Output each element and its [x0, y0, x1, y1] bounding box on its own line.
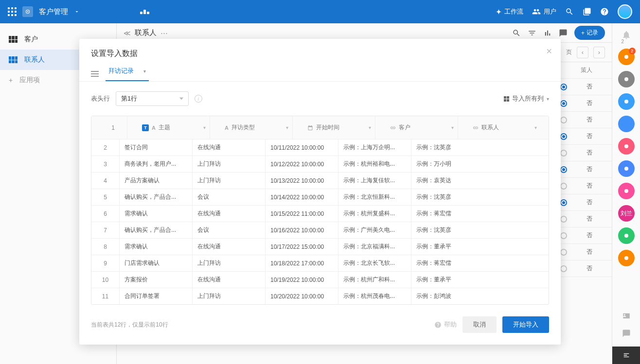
key-field-icon: T [142, 124, 149, 131]
cell-start-time: 10/13/2022 10:00:00 [266, 173, 338, 189]
cell-customer: 示例：杭州裕和电... [338, 156, 411, 172]
cell-start-time: 10/14/2022 10:00:00 [266, 189, 338, 205]
column-name: 主题 [159, 123, 170, 132]
cell-contact: 示例：董承平 [411, 272, 484, 288]
cell-customer: 示例：广州美久电... [338, 222, 411, 238]
cell-contact: 示例：沈英彦 [411, 222, 484, 238]
cell-subject: 产品方案确认 [120, 173, 193, 189]
header-row-label: 表头行 [91, 94, 110, 103]
table-header-row: 1 T A 主题 ▾ A 拜访类型 ▾ 开始时间 ▾ [91, 116, 549, 139]
cell-contact: 示例：袁英达 [411, 173, 484, 189]
cell-visit-type: 在线沟通 [193, 272, 266, 288]
column-name: 开始时间 [316, 123, 339, 132]
cell-subject: 需求确认 [120, 239, 193, 255]
chevron-down-icon: ▾ [547, 96, 549, 102]
help-icon [434, 321, 442, 329]
column-header-subject[interactable]: T A 主题 ▾ [137, 116, 210, 139]
footer-note: 当前表共12行，仅显示前10行 [91, 321, 168, 329]
cell-subject: 方案报价 [120, 272, 193, 288]
import-all-label: 导入所有列 [512, 94, 544, 103]
cell-subject: 需求确认 [120, 206, 193, 222]
column-header-contact[interactable]: 联系人 ▾ [468, 116, 541, 139]
row-number: 9 [91, 255, 120, 271]
table-row[interactable]: 3 商务谈判，老用户... 上门拜访 10/12/2022 10:00:00 示… [91, 156, 549, 173]
link-icon [390, 125, 396, 131]
tab-label: 拜访记录 [108, 67, 134, 75]
column-header-visit-type[interactable]: A 拜访类型 ▾ [220, 116, 293, 139]
cell-customer: 示例：杭州茂春电... [338, 288, 411, 304]
column-header-start-time[interactable]: 开始时间 ▾ [302, 116, 375, 139]
row-number: 2 [91, 139, 120, 156]
row-number: 5 [91, 189, 120, 205]
chevron-down-icon: ▾ [203, 125, 206, 130]
cell-subject: 合同订单签署 [120, 288, 193, 304]
table-row[interactable]: 8 需求确认 在线沟通 10/17/2022 15:00:00 示例：北京福满科… [91, 239, 549, 255]
row-number: 4 [91, 173, 120, 189]
calendar-icon [307, 125, 313, 131]
import-modal: 设置导入数据 × 拜访记录 ▾ 表头行 第1行 i 导入所有列 ▾ [79, 39, 561, 345]
start-import-button[interactable]: 开始导入 [502, 316, 549, 333]
text-type-icon: A [225, 125, 229, 131]
table-row[interactable]: 10 方案报价 在线沟通 10/19/2022 10:00:00 示例：杭州广和… [91, 272, 549, 288]
table-row[interactable]: 5 确认购买，产品合... 会议 10/14/2022 10:00:00 示例：… [91, 189, 549, 206]
cell-customer: 示例：北京福满科... [338, 239, 411, 255]
info-icon[interactable]: i [195, 95, 202, 103]
cell-start-time: 10/18/2022 17:00:00 [266, 255, 338, 271]
chevron-down-icon: ▾ [534, 125, 537, 130]
cell-visit-type: 在线沟通 [193, 139, 266, 156]
cancel-button[interactable]: 取消 [462, 316, 497, 333]
cell-customer: 示例：杭州复盛科... [338, 206, 411, 222]
cell-start-time: 10/19/2022 10:00:00 [266, 272, 338, 288]
modal-title: 设置导入数据 [91, 49, 549, 59]
row-number: 10 [91, 272, 120, 288]
row-number: 11 [91, 288, 120, 304]
cell-start-time: 10/16/2022 10:00:00 [266, 222, 338, 238]
import-preview-table: 1 T A 主题 ▾ A 拜访类型 ▾ 开始时间 ▾ [91, 116, 549, 305]
help-link[interactable]: 帮助 [434, 320, 457, 329]
cell-start-time: 10/20/2022 10:00:00 [266, 288, 338, 304]
cell-visit-type: 会议 [193, 189, 266, 205]
table-row[interactable]: 7 确认购买，产品合... 会议 10/16/2022 10:00:00 示例：… [91, 222, 549, 239]
text-type-icon: A [152, 125, 156, 131]
header-row-select[interactable]: 第1行 [116, 91, 189, 106]
header-rownum: 1 [99, 116, 127, 139]
cell-visit-type: 在线沟通 [193, 239, 266, 255]
table-row[interactable]: 9 门店需求确认 上门拜访 10/18/2022 17:00:00 示例：北京长… [91, 255, 549, 272]
row-number: 3 [91, 156, 120, 172]
cell-visit-type: 上门拜访 [193, 255, 266, 271]
row-number: 8 [91, 239, 120, 255]
help-label: 帮助 [444, 320, 457, 329]
cell-customer: 示例：上海复佳软... [338, 173, 411, 189]
chevron-down-icon[interactable]: ▾ [143, 69, 146, 74]
select-value: 第1行 [121, 95, 137, 102]
cell-visit-type: 上门拜访 [193, 288, 266, 304]
cell-subject: 门店需求确认 [120, 255, 193, 271]
modal-overlay: 设置导入数据 × 拜访记录 ▾ 表头行 第1行 i 导入所有列 ▾ [0, 0, 640, 364]
column-name: 客户 [399, 123, 410, 132]
row-number: 7 [91, 222, 120, 238]
cell-subject: 确认购买，产品合... [120, 189, 193, 205]
columns-icon [504, 96, 509, 102]
table-row[interactable]: 4 产品方案确认 上门拜访 10/13/2022 10:00:00 示例：上海复… [91, 173, 549, 189]
chevron-down-icon: ▾ [286, 125, 288, 130]
table-row[interactable]: 11 合同订单签署 上门拜访 10/20/2022 10:00:00 示例：杭州… [91, 288, 549, 304]
cell-subject: 商务谈判，老用户... [120, 156, 193, 172]
column-name: 联系人 [481, 123, 499, 132]
cell-contact: 示例：蒋宏儒 [411, 255, 484, 271]
cell-start-time: 10/17/2022 15:00:00 [266, 239, 338, 255]
cell-visit-type: 在线沟通 [193, 206, 266, 222]
cell-customer: 示例：上海万企明... [338, 139, 411, 156]
column-header-customer[interactable]: 客户 ▾ [385, 116, 458, 139]
table-row[interactable]: 2 签订合同 在线沟通 10/11/2022 10:00:00 示例：上海万企明… [91, 139, 549, 156]
tab-visit-records[interactable]: 拜访记录 ▾ [106, 67, 149, 81]
column-name: 拜访类型 [231, 123, 255, 132]
close-button[interactable]: × [546, 46, 552, 57]
table-row[interactable]: 6 需求确认 在线沟通 10/15/2022 11:00:00 示例：杭州复盛科… [91, 206, 549, 222]
cell-visit-type: 会议 [193, 222, 266, 238]
import-all-columns-button[interactable]: 导入所有列 ▾ [504, 94, 549, 103]
cell-customer: 示例：杭州广和科... [338, 272, 411, 288]
cell-contact: 示例：万小明 [411, 156, 484, 172]
chevron-down-icon: ▾ [369, 125, 371, 130]
cell-contact: 示例：董承平 [411, 239, 484, 255]
menu-icon[interactable] [91, 71, 99, 77]
